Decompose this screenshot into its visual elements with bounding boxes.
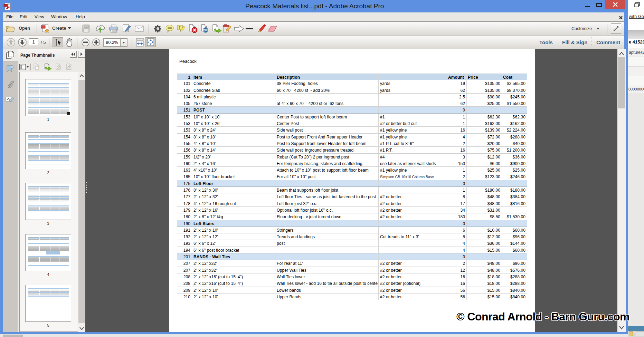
svg-text:T: T	[179, 25, 181, 29]
